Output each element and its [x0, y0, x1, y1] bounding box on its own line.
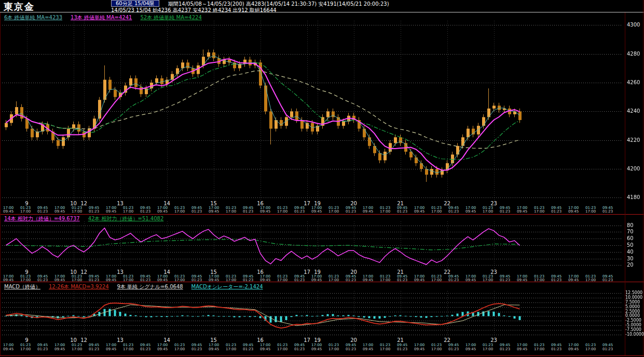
time-label: 17:00: [20, 209, 31, 214]
price-axis-label: 4300: [627, 22, 640, 28]
rsi-axis-label: 60: [627, 235, 634, 241]
date-label: 10: [68, 337, 79, 343]
time-label: 01:23: [483, 343, 493, 347]
time-label: 17:00: [277, 209, 287, 214]
time-label: 01:23: [534, 343, 544, 347]
time-label: 17:00: [72, 278, 82, 282]
main-price-canvas[interactable]: [0, 21, 625, 201]
date-label: 12: [79, 337, 89, 343]
time-label: 17:00: [226, 347, 236, 351]
time-label: 01:23: [243, 347, 253, 351]
time-label: 01:23: [277, 343, 287, 347]
time-label: 01:23: [294, 278, 305, 282]
time-label: 17:00: [483, 278, 493, 282]
ma-legend: 6本 終値単純 MA=423313本 終値単純 MA=424152本 終値単純 …: [4, 14, 210, 21]
date-label: 15: [209, 337, 219, 343]
time-label: 09:45: [517, 278, 527, 282]
time-label: 17:00: [123, 347, 133, 351]
date-label: 20: [349, 337, 359, 343]
time-label: 01:23: [243, 209, 253, 214]
time-label: 09:45: [363, 209, 373, 214]
time-label: 01:23: [140, 209, 150, 214]
time-label: 01:23: [346, 347, 356, 351]
time-label: 01:23: [191, 209, 202, 214]
time-label: 09:45: [346, 343, 356, 347]
rsi-axis-label: 70: [627, 229, 634, 234]
time-label: 17:00: [380, 278, 390, 282]
time-label: 01:23: [89, 209, 99, 214]
time-label: 01:23: [602, 209, 613, 214]
time-label: 17:00: [517, 343, 527, 347]
macd-axis-label: -5.0000: [625, 323, 641, 327]
time-label: 17:00: [20, 347, 31, 351]
rsi-canvas[interactable]: [0, 221, 625, 269]
time-label: 09:45: [568, 347, 579, 351]
header-rule: [0, 12, 644, 12]
time-label: 17:00: [72, 209, 82, 214]
macd-canvas[interactable]: [0, 291, 625, 337]
time-label: 01:23: [20, 343, 31, 347]
time-label: 09:45: [517, 209, 527, 214]
bottom-rule: [0, 355, 644, 356]
macd-axis-label: -2.5000: [625, 318, 641, 323]
time-label: 17:00: [20, 278, 31, 282]
window-left-frame: [0, 12, 1, 355]
time-label: 01:23: [294, 209, 305, 214]
time-label: 09:45: [209, 209, 219, 214]
time-label: 09:45: [157, 278, 168, 282]
time-label: 17:00: [585, 209, 596, 214]
date-label: 22: [442, 337, 453, 343]
time-label: 01:23: [448, 347, 459, 351]
time-label: 17:00: [328, 278, 339, 282]
time-label: 01:23: [500, 278, 510, 282]
time-label: 17:00: [483, 347, 493, 351]
time-label: 01:23: [37, 278, 48, 282]
price-axis-label: 4200: [627, 166, 640, 171]
time-label: 17:00: [174, 209, 185, 214]
time-label: 01:23: [346, 278, 356, 282]
time-label: 01:23: [585, 343, 596, 347]
time-label: 17:00: [534, 278, 544, 282]
time-label: 17:00: [3, 343, 13, 347]
time-label: 09:45: [260, 209, 270, 214]
legend-item: 52本 終値単純 MA=4224: [140, 15, 201, 20]
time-label: 17:00: [431, 347, 442, 351]
time-label: 17:00: [174, 347, 185, 351]
macd-axis-label: 5.0000: [625, 305, 640, 309]
date-label: 23: [489, 337, 499, 343]
timeframe-selector[interactable]: 60分足 15/04限: [111, 0, 159, 7]
quote-info: 14/05/23 15/04 始4236 高4237 安4232 終4234 出…: [111, 7, 277, 14]
time-label: 17:00: [209, 343, 219, 347]
time-label: 17:00: [431, 278, 442, 282]
time-label: 01:23: [431, 343, 442, 347]
time-label: 09:45: [311, 209, 322, 214]
time-label: 09:45: [191, 343, 202, 347]
rsi-axis-label: 40: [627, 249, 634, 255]
time-label: 01:23: [397, 278, 407, 282]
time-label: 01:23: [551, 278, 561, 282]
time-label: 09:45: [311, 278, 322, 282]
price-axis-label: 4240: [627, 108, 640, 114]
time-label: 01:23: [328, 343, 339, 347]
time-label: 09:45: [243, 343, 253, 347]
time-label: 17:00: [123, 209, 133, 214]
time-label: 17:00: [380, 347, 390, 351]
time-label: 09:45: [260, 278, 270, 282]
macd-axis-label: -10.0000: [625, 332, 644, 337]
time-label: 01:23: [191, 347, 202, 351]
time-label: 01:23: [37, 209, 48, 214]
time-label: 01:23: [602, 278, 613, 282]
time-label: 01:23: [37, 347, 48, 351]
legend-item: 42本 相対力（終値）=51.4082: [88, 216, 164, 221]
time-label: 09:45: [448, 343, 459, 347]
legend-item: MACDオシレーター=-2.1424: [191, 284, 263, 289]
time-label: 09:45: [157, 347, 168, 351]
macd-axis-label: 10.0000: [625, 295, 642, 300]
time-label: 17:00: [311, 343, 322, 347]
time-label: 01:23: [72, 343, 82, 347]
rsi-axis-label: 30: [627, 256, 634, 261]
time-label: 09:45: [106, 209, 116, 214]
time-label: 01:23: [294, 347, 305, 351]
chart-app: 東京金 60分足 15/04限 期間14/05/08～14/05/23(200)…: [0, 0, 644, 357]
time-label: 17:00: [431, 209, 442, 214]
